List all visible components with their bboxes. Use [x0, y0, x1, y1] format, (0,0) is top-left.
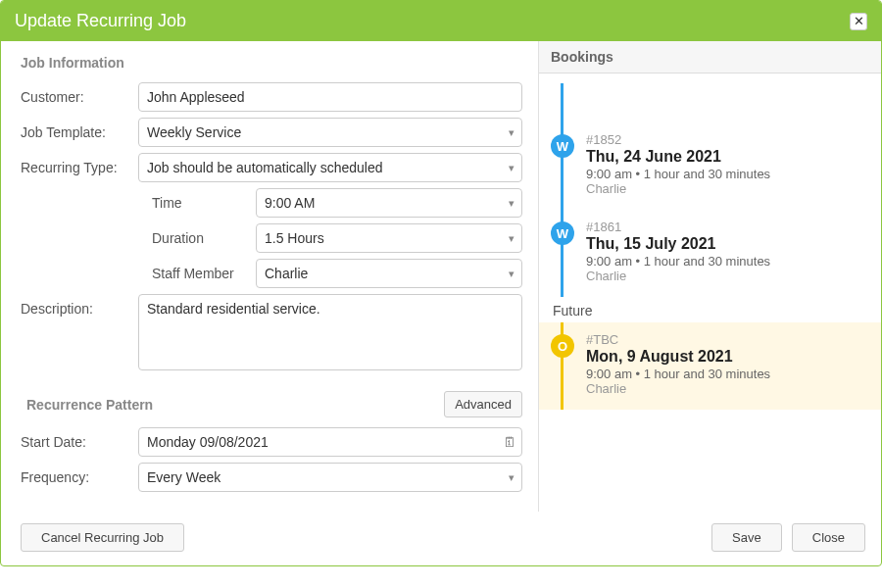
customer-label: Customer: — [21, 82, 138, 105]
booking-details: 9:00 am • 1 hour and 30 minutes — [586, 367, 867, 381]
dialog-content: Job Information Customer: Job Template: … — [1, 41, 881, 512]
template-select[interactable] — [138, 118, 522, 147]
footer-right: Save Close — [711, 523, 865, 552]
description-textarea[interactable]: Standard residential service. — [138, 294, 522, 370]
frequency-row: Frequency: ▾ — [21, 463, 522, 492]
recurring-type-label: Recurring Type: — [21, 153, 138, 175]
booking-badge-icon: W — [551, 221, 574, 245]
close-dialog-button[interactable]: Close — [792, 523, 865, 552]
booking-jobno: #1861 — [586, 220, 867, 234]
booking-date: Thu, 15 July 2021 — [586, 235, 867, 253]
customer-row: Customer: — [21, 82, 522, 112]
start-date-input[interactable] — [138, 427, 522, 457]
booking-jobno: #1852 — [586, 132, 867, 147]
timeline-line — [561, 83, 564, 122]
booking-staff: Charlie — [586, 269, 867, 283]
description-row: Description: Standard residential servic… — [21, 294, 522, 373]
recurrence-header-row: Recurrence Pattern Advanced — [21, 391, 522, 417]
duration-label: Duration — [138, 223, 256, 246]
start-date-row: Start Date: 🗓 — [21, 427, 522, 457]
advanced-button[interactable]: Advanced — [444, 391, 522, 417]
staff-label: Staff Member — [138, 259, 256, 281]
recurring-type-row: Recurring Type: ▾ — [21, 153, 522, 182]
time-label: Time — [138, 188, 256, 211]
duration-select[interactable] — [256, 223, 522, 253]
frequency-label: Frequency: — [21, 463, 138, 485]
update-recurring-job-dialog: Update Recurring Job ✕ Job Information C… — [0, 0, 882, 566]
dialog-titlebar: Update Recurring Job ✕ — [1, 1, 881, 41]
bookings-timeline: W #1852 Thu, 24 June 2021 9:00 am • 1 ho… — [539, 74, 881, 410]
dialog-footer: Cancel Recurring Job Save Close — [1, 512, 881, 565]
booking-date: Mon, 9 August 2021 — [586, 348, 867, 366]
job-info-header: Job Information — [21, 55, 522, 71]
dialog-title: Update Recurring Job — [15, 11, 186, 31]
duration-row: Duration ▾ — [21, 223, 522, 253]
time-select[interactable] — [256, 188, 522, 218]
save-button[interactable]: Save — [711, 523, 782, 552]
recurring-type-select[interactable] — [138, 153, 522, 182]
recurrence-header: Recurrence Pattern — [26, 397, 153, 413]
staff-select[interactable] — [256, 259, 522, 288]
booking-jobno: #TBC — [586, 332, 867, 347]
customer-input[interactable] — [138, 82, 522, 112]
future-divider: Future — [539, 297, 881, 322]
time-row: Time ▾ — [21, 188, 522, 218]
frequency-select[interactable] — [138, 463, 522, 492]
cancel-recurring-job-button[interactable]: Cancel Recurring Job — [21, 523, 184, 552]
booking-item[interactable]: W #1852 Thu, 24 June 2021 9:00 am • 1 ho… — [539, 122, 881, 210]
template-label: Job Template: — [21, 118, 138, 140]
booking-details: 9:00 am • 1 hour and 30 minutes — [586, 167, 867, 181]
staff-row: Staff Member ▾ — [21, 259, 522, 288]
start-date-label: Start Date: — [21, 427, 138, 450]
booking-details: 9:00 am • 1 hour and 30 minutes — [586, 254, 867, 269]
booking-item[interactable]: W #1861 Thu, 15 July 2021 9:00 am • 1 ho… — [539, 210, 881, 297]
booking-staff: Charlie — [586, 181, 867, 196]
booking-date: Thu, 24 June 2021 — [586, 148, 867, 166]
bookings-header: Bookings — [539, 41, 881, 74]
timeline-spacer — [539, 83, 881, 122]
template-row: Job Template: ▾ — [21, 118, 522, 147]
bookings-panel: Bookings W #1852 Thu, 24 June 2021 9:00 … — [538, 41, 881, 512]
booking-badge-icon: O — [551, 334, 574, 358]
booking-badge-icon: W — [551, 134, 574, 158]
left-panel: Job Information Customer: Job Template: … — [1, 41, 538, 512]
close-button[interactable]: ✕ — [850, 13, 867, 30]
booking-staff: Charlie — [586, 381, 867, 396]
booking-item-future[interactable]: O #TBC Mon, 9 August 2021 9:00 am • 1 ho… — [539, 322, 881, 410]
description-label: Description: — [21, 294, 138, 317]
